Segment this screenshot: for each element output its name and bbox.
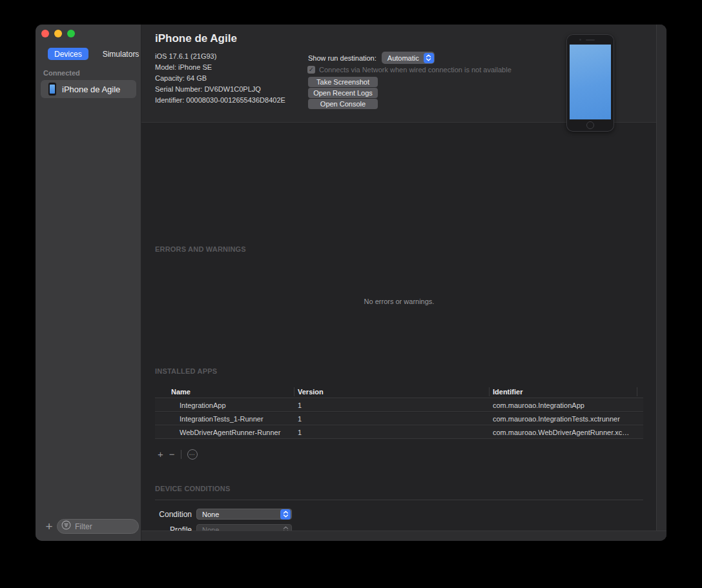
column-header-version[interactable]: Version xyxy=(294,387,489,396)
close-window-button[interactable] xyxy=(41,30,49,37)
table-row[interactable]: IntegrationTests_1-Runner 1 com.mauroao.… xyxy=(155,412,643,425)
network-checkbox-label: Connects via Network when wired connecti… xyxy=(319,66,511,74)
installed-apps-section-title: INSTALLED APPS xyxy=(155,367,217,375)
run-destination-value: Automatic xyxy=(387,54,419,62)
column-header-end xyxy=(637,387,643,396)
device-serial-number: Serial Number: DV6DW1C0PLJQ xyxy=(155,84,285,95)
device-name-label: iPhone de Agile xyxy=(62,85,120,94)
device-os-version: iOS 17.6.1 (21G93) xyxy=(155,51,285,62)
tab-devices[interactable]: Devices xyxy=(48,48,88,60)
app-version: 1 xyxy=(294,415,489,423)
run-destination-label: Show run destination: xyxy=(308,54,377,62)
run-destination-select[interactable]: Automatic xyxy=(382,52,435,64)
app-version: 1 xyxy=(294,429,489,436)
installed-apps-toolbar: + − ⋯ xyxy=(158,449,198,460)
open-recent-logs-button[interactable]: Open Recent Logs xyxy=(308,88,378,98)
app-identifier: com.mauroao.IntegrationTests.xctrunner xyxy=(489,415,643,423)
more-options-button[interactable]: ⋯ xyxy=(187,449,198,460)
app-identifier: com.mauroao.WebDriverAgentRunner.xc… xyxy=(489,429,643,436)
device-conditions-section-title: DEVICE CONDITIONS xyxy=(155,485,230,492)
connected-section-label: Connected xyxy=(43,69,80,77)
errors-empty-message: No errors or warnings. xyxy=(155,298,643,305)
device-info: iOS 17.6.1 (21G93) Model: iPhone SE Capa… xyxy=(155,51,285,106)
filter-input[interactable]: Filter xyxy=(57,519,139,534)
tab-simulators[interactable]: Simulators xyxy=(96,48,146,60)
table-header: Name Version Identifier xyxy=(155,385,643,398)
scrollbar-gutter[interactable] xyxy=(656,25,666,531)
phone-camera xyxy=(579,39,581,41)
condition-value: None xyxy=(202,511,219,518)
condition-label: Condition xyxy=(155,510,192,519)
installed-apps-table: Name Version Identifier IntegrationApp 1… xyxy=(155,385,643,439)
column-header-name[interactable]: Name xyxy=(155,387,294,396)
device-identifier: Identifier: 00008030-0012655436D8402E xyxy=(155,95,285,106)
sidebar-footer: + Filter xyxy=(36,519,141,536)
open-console-button[interactable]: Open Console xyxy=(308,99,378,109)
toolbar-divider xyxy=(181,450,181,459)
fullscreen-window-button[interactable] xyxy=(67,30,75,37)
sidebar-tabs: Devices Simulators xyxy=(48,48,145,60)
app-version: 1 xyxy=(294,401,489,409)
app-identifier: com.mauroao.IntegrationApp xyxy=(489,401,643,409)
filter-icon xyxy=(61,520,71,532)
errors-section-title: ERRORS AND WARNINGS xyxy=(155,245,246,253)
column-header-identifier[interactable]: Identifier xyxy=(489,387,637,396)
take-screenshot-button[interactable]: Take Screenshot xyxy=(308,77,378,87)
phone-home-button xyxy=(586,121,594,129)
popup-stepper-icon xyxy=(280,509,291,520)
bottom-bar xyxy=(141,531,666,541)
iphone-icon xyxy=(48,83,56,96)
phone-screen xyxy=(570,45,611,119)
device-capacity: Capacity: 64 GB xyxy=(155,73,285,84)
table-row[interactable]: WebDriverAgentRunner-Runner 1 com.mauroa… xyxy=(155,426,643,439)
device-action-buttons: Take Screenshot Open Recent Logs Open Co… xyxy=(308,77,378,109)
app-name: IntegrationApp xyxy=(155,401,294,409)
table-row[interactable]: IntegrationApp 1 com.mauroao.Integration… xyxy=(155,399,643,412)
popup-stepper-icon xyxy=(424,53,434,63)
condition-select[interactable]: None xyxy=(196,509,292,520)
main-panel: iPhone de Agile iOS 17.6.1 (21G93) Model… xyxy=(141,25,666,541)
app-name: WebDriverAgentRunner-Runner xyxy=(155,429,294,436)
add-app-button[interactable]: + xyxy=(158,449,163,460)
minimize-window-button[interactable] xyxy=(54,30,62,37)
section-divider xyxy=(155,500,643,500)
run-destination-row: Show run destination: Automatic xyxy=(308,52,435,64)
device-model: Model: iPhone SE xyxy=(155,62,285,73)
phone-speaker xyxy=(586,39,595,41)
app-name: IntegrationTests_1-Runner xyxy=(155,415,294,423)
page-title: iPhone de Agile xyxy=(155,32,237,45)
add-device-button[interactable]: + xyxy=(43,520,56,533)
filter-placeholder: Filter xyxy=(75,522,92,531)
sidebar: Devices Simulators Connected iPhone de A… xyxy=(36,25,141,541)
sidebar-item-iphone-de-agile[interactable]: iPhone de Agile xyxy=(41,80,136,98)
device-detail-content: ERRORS AND WARNINGS No errors or warning… xyxy=(141,123,656,531)
condition-row: Condition None xyxy=(155,509,292,520)
device-header: iPhone de Agile iOS 17.6.1 (21G93) Model… xyxy=(141,25,666,123)
device-screenshot-preview xyxy=(566,34,614,132)
network-checkbox[interactable]: ✓ xyxy=(307,66,315,74)
remove-app-button[interactable]: − xyxy=(169,449,175,460)
devices-and-simulators-window: Devices Simulators Connected iPhone de A… xyxy=(36,25,666,541)
window-controls xyxy=(41,30,75,37)
iphone-icon-screen xyxy=(50,85,55,94)
network-checkbox-row: ✓ Connects via Network when wired connec… xyxy=(307,66,511,74)
